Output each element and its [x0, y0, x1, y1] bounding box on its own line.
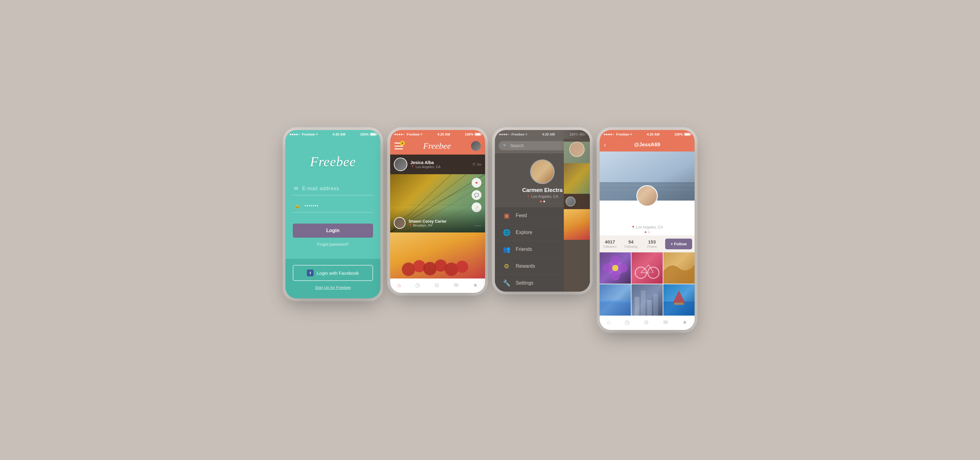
time-label: 4:20 AM — [647, 133, 660, 136]
facebook-login-button[interactable]: f Login with Facebook — [293, 265, 373, 281]
svg-point-18 — [611, 256, 620, 265]
signal-dot — [610, 134, 612, 135]
svg-rect-29 — [600, 302, 631, 316]
status-bar-1: Freebee ≈ 4:20 AM 100% — [285, 130, 380, 139]
carrier-label: Freebee — [616, 133, 629, 136]
menu-settings-label: Settings — [516, 280, 533, 286]
svg-point-11 — [445, 262, 458, 276]
nav-home[interactable]: ⌂ — [398, 282, 401, 289]
post-time-1: ⏱ 2m — [472, 163, 481, 166]
post-username-1: Jesica Alba — [410, 160, 469, 165]
email-field[interactable]: ✉ E-mail address — [293, 182, 373, 195]
battery-icon — [579, 133, 585, 136]
forgot-password-link[interactable]: Forgot password? — [317, 242, 349, 246]
photos-count: 153 — [648, 239, 656, 244]
post-header-1: Jesica Alba 📍 Los Angeles, CA ⏱ 2m — [390, 155, 485, 174]
phone-login: Freebee ≈ 4:20 AM 100% Freebee ✉ E-mail … — [285, 130, 380, 299]
menu-button[interactable]: 5 — [395, 142, 403, 149]
photo-thumb-1[interactable] — [600, 252, 631, 284]
comment-button[interactable]: 💬 — [472, 190, 481, 200]
battery-icon — [684, 133, 690, 136]
photo-thumb-6[interactable] — [663, 284, 695, 316]
search-placeholder: Search — [510, 143, 524, 148]
photo-thumb-3[interactable] — [663, 252, 695, 284]
phones-container: Freebee ≈ 4:20 AM 100% Freebee ✉ E-mail … — [285, 130, 695, 330]
signup-link[interactable]: Sign Up for Freebee — [315, 285, 351, 290]
like-button[interactable]: ♥ — [472, 178, 481, 188]
post-image-2 — [390, 232, 485, 278]
login-button[interactable]: Login — [293, 224, 373, 238]
profile-location: 📍 Los Angeles, CA — [631, 225, 663, 229]
photo-thumb-5[interactable] — [632, 284, 663, 316]
signal-dot — [499, 134, 501, 135]
login-footer: f Login with Facebook Sign Up for Freebe… — [285, 259, 380, 299]
svg-rect-30 — [600, 300, 631, 303]
nav-camera-4[interactable]: ⊙ — [644, 319, 649, 326]
svg-rect-36 — [675, 302, 684, 305]
berries-svg — [390, 232, 485, 278]
svg-point-9 — [423, 262, 437, 275]
nav-clock-4[interactable]: ◷ — [625, 319, 630, 326]
user-avatar-small[interactable] — [471, 141, 481, 151]
wifi-icon: ≈ — [316, 132, 318, 136]
rewards-icon: ⚙ — [502, 262, 511, 270]
feed-post-2 — [390, 232, 485, 278]
follow-button[interactable]: + Follow — [665, 239, 692, 249]
signal-dot — [506, 134, 507, 135]
settings-icon: 🔧 — [502, 280, 511, 287]
photos-stat: 153 Photos — [641, 235, 663, 252]
status-bar-4: Freebee ≈ 4:20 AM 100% — [600, 130, 695, 139]
post-user-overlay-2: Shawn Corey Carter 📍 Brooklyn, NY ··· — [390, 208, 485, 232]
svg-rect-32 — [641, 291, 646, 316]
signal-dot — [290, 134, 291, 135]
battery-label: 100% — [675, 133, 683, 136]
profile-stats-bar: 4017 Followers 54 Following 153 Photos +… — [600, 235, 695, 252]
feed-icon: ▣ — [502, 212, 511, 219]
facebook-label: Login with Facebook — [317, 270, 359, 276]
photo-thumb-4[interactable] — [600, 284, 631, 316]
nav-message-4[interactable]: ✉ — [663, 319, 668, 326]
battery-label: 100% — [570, 133, 578, 136]
wifi-icon: ≈ — [630, 132, 632, 136]
profile-name: Jesica Alba — [633, 219, 662, 225]
post-username-2: Shawn Corey Carter — [409, 219, 447, 224]
carrier-label: Freebee — [407, 133, 420, 136]
pin-icon: 📍 — [410, 165, 415, 169]
menu-avatar[interactable] — [530, 160, 555, 184]
signal-dot — [508, 134, 509, 135]
following-stat: 54 Following — [621, 235, 642, 252]
menu-explore-label: Explore — [516, 230, 532, 235]
partial-feed-right — [564, 139, 590, 292]
followers-count: 4017 — [605, 239, 615, 244]
pin-icon-profile: 📍 — [631, 226, 635, 229]
nav-star-4[interactable]: ★ — [682, 319, 687, 326]
svg-point-12 — [456, 261, 468, 273]
profile-photos-grid — [600, 252, 695, 316]
signal-dot — [503, 134, 505, 135]
svg-point-7 — [402, 262, 415, 276]
bottom-nav-4: ⌂ ◷ ⊙ ✉ ★ — [600, 316, 695, 330]
signal-dot — [604, 134, 605, 135]
back-button[interactable]: ‹ — [604, 141, 606, 149]
lock-icon: 🔒 — [294, 203, 300, 209]
email-icon: ✉ — [294, 185, 298, 192]
nav-home-4[interactable]: ⌂ — [607, 319, 610, 326]
phone-menu: Freebee ≈ 4:20 AM 100% 🔍 Search ☰ Carmen… — [495, 130, 590, 292]
status-bar-3: Freebee ≈ 4:20 AM 100% — [495, 130, 590, 139]
post-location-1: 📍 Los Angeles, CA — [410, 165, 469, 169]
password-placeholder: ••••••• — [304, 203, 318, 209]
more-options[interactable]: ··· — [475, 222, 481, 229]
password-field[interactable]: 🔒 ••••••• — [293, 199, 373, 212]
nav-camera[interactable]: ⊙ — [434, 282, 439, 289]
battery-label: 100% — [465, 133, 474, 136]
nav-message[interactable]: ✉ — [454, 282, 458, 289]
signal-dot — [501, 134, 503, 135]
nav-clock[interactable]: ◷ — [415, 282, 420, 289]
phone-feed: Freebee ≈ 4:20 AM 100% 5 Freebee J — [390, 130, 485, 293]
nav-star[interactable]: ★ — [473, 282, 478, 289]
following-label: Following — [624, 245, 637, 248]
carrier-label: Freebee — [302, 133, 315, 136]
signal-dot — [608, 134, 610, 135]
photo-thumb-2[interactable] — [632, 252, 663, 284]
signal-dot — [292, 134, 293, 135]
